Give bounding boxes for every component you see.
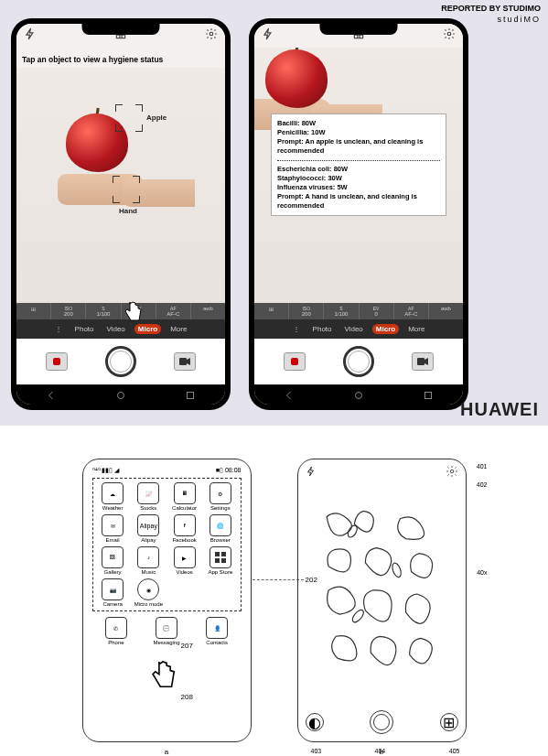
patent-figure-b-wrap: ◐ ⊞ 401 402 40x 403 404 405 b xyxy=(297,459,467,756)
meta-af[interactable]: AFAF-C xyxy=(156,303,191,319)
app-appstore[interactable]: App Store xyxy=(204,546,236,575)
focus-box-hand[interactable] xyxy=(113,176,140,203)
callout-401: 401 xyxy=(477,463,488,470)
left-circle-button[interactable]: ◐ xyxy=(306,713,324,731)
hygiene-overlay: Bacilli: 80W Penicillia: 10W Prompt: An … xyxy=(271,113,446,216)
camera-icon: 📷 xyxy=(102,578,124,600)
meta-iso[interactable]: ISO200 xyxy=(289,303,324,319)
mode-photo[interactable]: Photo xyxy=(309,324,336,334)
recent-icon[interactable] xyxy=(185,390,196,401)
shutter-button[interactable] xyxy=(105,346,136,377)
meta-shutter[interactable]: S1/100 xyxy=(86,303,121,319)
svg-rect-4 xyxy=(188,392,194,398)
messaging-icon: 💬 xyxy=(156,617,177,639)
back-icon[interactable] xyxy=(46,390,57,401)
svg-rect-9 xyxy=(425,392,432,398)
svg-point-14 xyxy=(450,470,454,473)
settings-icon: ⚙ xyxy=(210,482,231,504)
video-toggle-button[interactable] xyxy=(412,352,434,371)
meta-shutter[interactable]: S1/100 xyxy=(324,303,359,319)
micromode-icon: ◉ xyxy=(137,578,159,600)
focus-box-apple[interactable] xyxy=(115,104,143,132)
cursor-hand-icon xyxy=(123,300,143,324)
last-photo-button[interactable] xyxy=(46,352,68,371)
patent-figure-a-wrap: ᴳ⁴ᴳ ▮▮▯ ◢ ■▯ 08:08 ☁Weather 📈Stocks 🖩Cal… xyxy=(82,459,252,756)
settings-icon[interactable] xyxy=(443,27,456,40)
finger-cursor-icon xyxy=(149,659,177,692)
settings-icon[interactable] xyxy=(205,27,218,40)
shutter-button[interactable] xyxy=(370,710,393,734)
home-icon[interactable] xyxy=(115,390,126,401)
stocks-icon: 📈 xyxy=(137,482,159,504)
phone-mockup-right: Bacilli: 80W Penicillia: 10W Prompt: An … xyxy=(249,18,468,410)
mode-video[interactable]: Video xyxy=(103,324,129,334)
settings-icon[interactable] xyxy=(446,465,458,478)
back-icon[interactable] xyxy=(284,390,295,401)
phone-mockup-left: Tap an object to view a hygiene status A… xyxy=(11,18,231,410)
email-icon: ✉ xyxy=(102,514,124,536)
huawei-mockup-panel: REPORTED BY STUDIMO studiMO Tap an objec… xyxy=(0,0,548,426)
video-toggle-button[interactable] xyxy=(174,352,196,371)
app-settings[interactable]: ⚙Settings xyxy=(204,482,236,511)
app-calculator[interactable]: 🖩Calculator xyxy=(168,482,200,511)
app-alipay[interactable]: AlipayAlipay xyxy=(133,514,165,543)
svg-point-1 xyxy=(210,32,213,36)
mode-selector: ⋮ Photo Video Micro More xyxy=(254,319,463,339)
overlay-staph: Staphylococci: 30W xyxy=(277,174,440,183)
flash-icon[interactable] xyxy=(306,465,317,478)
svg-point-8 xyxy=(356,392,362,398)
notch xyxy=(320,24,398,35)
app-weather[interactable]: ☁Weather xyxy=(97,482,129,511)
app-videos[interactable]: ▶Videos xyxy=(168,546,200,575)
meta-iso[interactable]: ISO200 xyxy=(51,303,86,319)
mode-photo[interactable]: Photo xyxy=(71,324,98,334)
app-browser[interactable]: 🌐Browser xyxy=(204,514,236,543)
flash-icon xyxy=(262,27,274,40)
callout-405: 405 xyxy=(449,748,460,754)
app-stocks[interactable]: 📈Stocks xyxy=(133,482,165,511)
status-bar: ᴳ⁴ᴳ ▮▮▯ ◢ ■▯ 08:08 xyxy=(92,467,242,474)
app-facebook[interactable]: fFacebook xyxy=(168,514,200,543)
app-micromode[interactable]: ◉Micro mode xyxy=(133,578,165,607)
app-contacts[interactable]: 👤Contacts xyxy=(206,617,228,645)
mode-more[interactable]: More xyxy=(167,324,190,334)
contacts-icon: 👤 xyxy=(206,617,228,639)
mode-micro[interactable]: Micro xyxy=(134,324,161,334)
alipay-icon: Alipay xyxy=(137,514,159,536)
callout-403: 403 xyxy=(311,748,322,754)
home-icon[interactable] xyxy=(353,390,364,401)
app-phone[interactable]: ✆Phone xyxy=(105,617,127,645)
appstore-icon xyxy=(210,546,231,568)
phone-icon: ✆ xyxy=(105,617,127,639)
camera-viewport[interactable]: Bacilli: 80W Penicillia: 10W Prompt: An … xyxy=(254,48,463,303)
callout-404: 404 xyxy=(375,748,386,754)
meta-af[interactable]: AFAF-C xyxy=(394,303,429,319)
callout-402: 402 xyxy=(477,481,488,488)
svg-rect-10 xyxy=(215,552,220,556)
mode-micro[interactable]: Micro xyxy=(372,324,399,334)
mode-video[interactable]: Video xyxy=(341,324,367,334)
last-photo-button[interactable] xyxy=(284,352,306,371)
app-email[interactable]: ✉Email xyxy=(97,514,129,543)
music-icon: ♪ xyxy=(137,546,159,568)
svg-point-6 xyxy=(447,32,451,36)
app-camera[interactable]: 📷Camera xyxy=(97,578,129,607)
app-messaging[interactable]: 💬Messaging xyxy=(153,617,179,645)
meta-awb[interactable]: awb xyxy=(429,303,463,319)
camera-viewport[interactable]: Apple Hand xyxy=(16,68,225,303)
gallery-icon: 🖼 xyxy=(102,546,124,568)
instruction-text: Tap an object to view a hygiene status xyxy=(16,44,225,68)
recent-icon[interactable] xyxy=(423,390,434,401)
svg-rect-13 xyxy=(221,558,226,563)
app-gallery[interactable]: 🖼Gallery xyxy=(97,546,129,575)
mode-more[interactable]: More xyxy=(404,324,428,334)
meta-awb[interactable]: awb xyxy=(191,303,225,319)
svg-rect-7 xyxy=(417,358,424,365)
app-music[interactable]: ♪Music xyxy=(133,546,165,575)
right-circle-button[interactable]: ⊞ xyxy=(440,713,458,731)
shutter-button[interactable] xyxy=(343,346,374,377)
mode-dots: ⋮ xyxy=(51,324,66,334)
patent-phone-a: ᴳ⁴ᴳ ▮▮▯ ◢ ■▯ 08:08 ☁Weather 📈Stocks 🖩Cal… xyxy=(82,459,252,742)
mode-selector: ⋮ Photo Video Micro More xyxy=(16,319,225,339)
meta-ev[interactable]: EV0 xyxy=(360,303,394,319)
